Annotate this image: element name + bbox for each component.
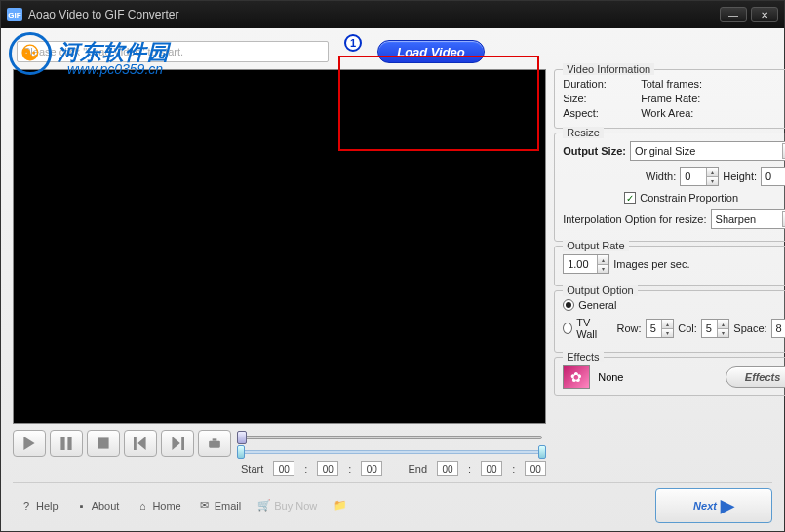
buy-link[interactable]: 🛒Buy Now: [258, 500, 317, 512]
svg-rect-2: [213, 438, 217, 440]
range-start-thumb[interactable]: [237, 445, 245, 459]
space-label: Space:: [733, 323, 766, 334]
framerate-label: Frame Rate:: [641, 93, 728, 104]
duration-label: Duration:: [563, 78, 611, 90]
app-icon: GIF: [7, 8, 22, 21]
effect-value: None: [598, 371, 718, 383]
email-link[interactable]: ✉Email: [199, 500, 242, 512]
start-ss[interactable]: 00: [361, 461, 382, 476]
general-radio[interactable]: [563, 299, 574, 311]
arrow-right-icon: ▶: [721, 495, 734, 516]
minimize-button[interactable]: —: [720, 7, 747, 22]
load-video-button[interactable]: Load Video: [377, 40, 485, 63]
end-ss[interactable]: 00: [525, 461, 546, 476]
help-icon: ?: [20, 500, 32, 512]
rate-input[interactable]: 1.00▴▾: [563, 254, 609, 274]
end-label: End: [408, 463, 427, 475]
annotation-callout-1: 1: [344, 34, 362, 52]
about-icon: ▪: [76, 500, 88, 512]
svg-rect-1: [209, 441, 220, 448]
workarea-label: Work Area:: [641, 107, 728, 119]
interp-label: Interpolation Option for resize:: [563, 213, 706, 225]
play-button[interactable]: [13, 430, 46, 457]
prev-button[interactable]: [124, 430, 157, 457]
svg-rect-0: [98, 437, 108, 448]
end-hh[interactable]: 00: [437, 461, 458, 476]
video-info-group: Video Information Duration:Total frames:…: [554, 69, 785, 129]
height-label: Height:: [723, 171, 757, 182]
tvwall-label: TV Wall: [576, 317, 606, 340]
width-label: Width:: [646, 171, 676, 182]
video-path-input[interactable]: Please click "Load Video" to start.: [17, 41, 329, 62]
output-rate-legend: Output Rate: [563, 240, 628, 251]
resize-legend: Resize: [563, 127, 604, 138]
effects-button[interactable]: Effects: [726, 366, 785, 388]
col-input[interactable]: 5▴▾: [701, 319, 730, 338]
tvwall-radio[interactable]: [563, 323, 572, 334]
resize-group: Resize Output Size: Original Size▾ Width…: [554, 133, 785, 242]
interp-select[interactable]: Sharpen▾: [711, 209, 785, 229]
next-button[interactable]: [161, 430, 194, 457]
row-input[interactable]: 5▴▾: [646, 319, 675, 338]
totalframes-label: Total frames:: [641, 78, 728, 90]
start-mm[interactable]: 00: [317, 461, 338, 476]
client-area: ☯ 河东软件园 www.pc0359.cn 1 Please click "Lo…: [1, 28, 784, 531]
rate-unit: Images per sec.: [613, 258, 689, 270]
end-mm[interactable]: 00: [481, 461, 502, 476]
stop-button[interactable]: [87, 430, 120, 457]
close-button[interactable]: ✕: [751, 7, 778, 22]
output-rate-group: Output Rate 1.00▴▾ Images per sec.: [554, 246, 785, 286]
constrain-label: Constrain Proportion: [640, 192, 738, 204]
folder-icon: 📁: [334, 500, 346, 512]
space-input[interactable]: 8▴▾: [771, 319, 785, 338]
output-option-group: Output Option General TV Wall Row: 5▴▾ C…: [554, 290, 785, 353]
window-title: Aoao Video to GIF Converter: [28, 8, 720, 21]
width-input[interactable]: 0▴▾: [680, 167, 719, 186]
home-link[interactable]: ⌂Home: [137, 500, 180, 512]
snapshot-button[interactable]: [198, 430, 231, 457]
app-window: GIF Aoao Video to GIF Converter — ✕ ☯ 河东…: [0, 0, 785, 532]
seek-thumb[interactable]: [237, 431, 247, 444]
folder-link[interactable]: 📁: [334, 500, 346, 512]
effects-group: Effects ✿ None Effects: [554, 357, 785, 396]
about-link[interactable]: ▪About: [76, 500, 120, 512]
aspect-label: Aspect:: [563, 107, 611, 119]
video-preview: [13, 69, 546, 424]
cart-icon: 🛒: [258, 500, 270, 512]
output-option-legend: Output Option: [563, 285, 638, 296]
titlebar: GIF Aoao Video to GIF Converter — ✕: [1, 1, 784, 28]
email-icon: ✉: [199, 500, 211, 512]
help-link[interactable]: ?Help: [20, 500, 59, 512]
effect-preview-icon: ✿: [563, 365, 590, 389]
start-hh[interactable]: 00: [273, 461, 294, 476]
outputsize-select[interactable]: Original Size▾: [630, 141, 785, 161]
constrain-checkbox[interactable]: ✓Constrain Proportion: [624, 192, 738, 204]
row-label: Row:: [617, 323, 642, 334]
col-label: Col:: [678, 323, 697, 334]
seek-slider[interactable]: [237, 432, 546, 443]
next-button[interactable]: Next▶: [655, 488, 772, 523]
pause-button[interactable]: [50, 430, 83, 457]
range-slider[interactable]: [237, 447, 546, 457]
outputsize-label: Output Size:: [563, 145, 626, 157]
height-input[interactable]: 0▴▾: [761, 167, 785, 186]
home-icon: ⌂: [137, 500, 148, 512]
range-end-thumb[interactable]: [538, 445, 546, 459]
size-label: Size:: [563, 93, 611, 104]
effects-legend: Effects: [563, 351, 603, 362]
general-label: General: [578, 299, 616, 311]
start-label: Start: [241, 463, 263, 475]
